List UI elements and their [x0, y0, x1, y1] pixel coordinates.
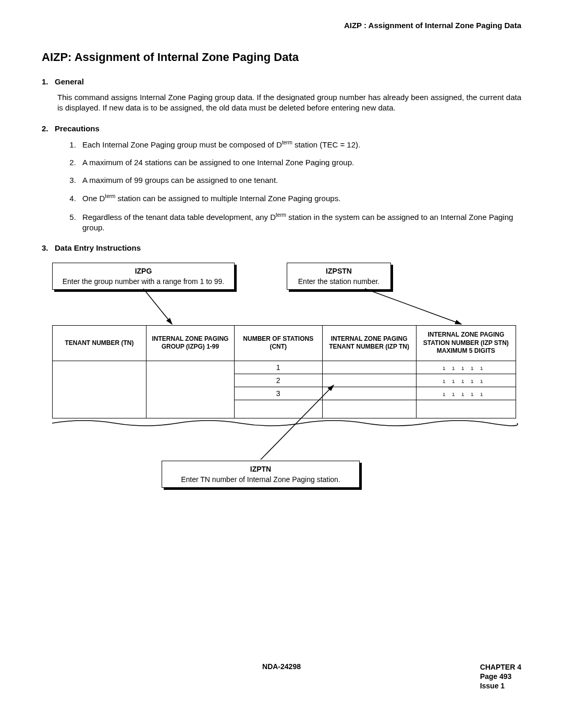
- page-title: AIZP: Assignment of Internal Zone Paging…: [42, 51, 521, 64]
- digit-ticks: ııııı: [443, 378, 489, 384]
- callout-izpstn: IZPSTN Enter the station number.: [287, 263, 391, 290]
- running-header: AIZP : Assignment of Internal Zone Pagin…: [42, 21, 521, 30]
- footer-page: Page 493: [480, 672, 521, 681]
- cell-izpstn: ııııı: [416, 387, 516, 400]
- col-izp-tn: INTERNAL ZONE PAGING TENANT NUMBER (IZP …: [322, 326, 416, 361]
- cell-cnt: 2: [234, 374, 322, 387]
- cell-izptn: [322, 400, 416, 418]
- col-cnt: NUMBER OF STATIONS (CNT): [234, 326, 322, 361]
- footer-doc-number: NDA-24298: [42, 662, 521, 671]
- section-precautions-label: 2.Precautions: [42, 124, 521, 133]
- callout-text: Enter TN number of Internal Zone Paging …: [181, 475, 340, 484]
- section-general-body: This command assigns Internal Zone Pagin…: [57, 92, 521, 114]
- callout-title: IZPG: [58, 266, 229, 276]
- section-num: 3.: [42, 243, 55, 252]
- section-name: General: [55, 77, 84, 86]
- precaution-item: Regardless of the tenant data table deve…: [78, 212, 521, 233]
- section-name: Data Entry Instructions: [55, 243, 141, 252]
- footer-issue: Issue 1: [480, 681, 521, 690]
- superscript-term: term: [282, 140, 292, 145]
- precautions-list: Each Internal Zone Paging group must be …: [57, 139, 521, 233]
- cell-cnt: 1: [234, 361, 322, 374]
- cell-izptn: [322, 387, 416, 400]
- section-num: 2.: [42, 124, 55, 133]
- col-izpg: INTERNAL ZONE PAGING GROUP (IZPG) 1-99: [146, 326, 235, 361]
- callout-izptn: IZPTN Enter TN number of Internal Zone P…: [162, 461, 360, 488]
- data-entry-table: TENANT NUMBER (TN) INTERNAL ZONE PAGING …: [52, 325, 516, 418]
- callout-text: Enter the station number.: [298, 277, 380, 286]
- section-name: Precautions: [55, 124, 100, 133]
- precaution-item: A maximum of 24 stations can be assigned…: [78, 157, 521, 168]
- digit-ticks: ııııı: [443, 365, 489, 371]
- callout-text: Enter the group number with a range from…: [63, 277, 225, 286]
- svg-line-1: [365, 289, 461, 324]
- cell-izpstn: ııııı: [416, 374, 516, 387]
- precaution-item: One Dterm station can be assigned to mul…: [78, 193, 521, 204]
- cell-izptn: [322, 361, 416, 374]
- superscript-term: term: [276, 212, 286, 218]
- svg-line-0: [143, 289, 172, 324]
- cell-cnt: [234, 400, 322, 418]
- precaution-item: Each Internal Zone Paging group must be …: [78, 139, 521, 150]
- cell-izpstn: ııııı: [416, 361, 516, 374]
- superscript-term: term: [105, 193, 115, 199]
- section-num: 1.: [42, 77, 55, 86]
- callout-title: IZPSTN: [292, 266, 385, 276]
- section-general-label: 1.General: [42, 77, 521, 86]
- footer-chapter: CHAPTER 4: [480, 662, 521, 672]
- page-footer: NDA-24298 CHAPTER 4 Page 493 Issue 1: [42, 662, 521, 671]
- cell-cnt: 3: [234, 387, 322, 400]
- precaution-item: A maximum of 99 groups can be assigned t…: [78, 175, 521, 186]
- cell-izpg: [146, 361, 235, 418]
- cell-izpstn: [416, 400, 516, 418]
- digit-ticks: ııııı: [443, 391, 489, 397]
- data-entry-diagram: IZPG Enter the group number with a range…: [52, 263, 521, 513]
- col-izp-stn: INTERNAL ZONE PAGING STATION NUMBER (IZP…: [416, 326, 516, 361]
- callout-title: IZPTN: [167, 464, 354, 474]
- callout-izpg: IZPG Enter the group number with a range…: [52, 263, 235, 290]
- section-data-entry-label: 3.Data Entry Instructions: [42, 243, 521, 252]
- cell-tn: [53, 361, 146, 418]
- cell-izptn: [322, 374, 416, 387]
- col-tenant-number: TENANT NUMBER (TN): [53, 326, 146, 361]
